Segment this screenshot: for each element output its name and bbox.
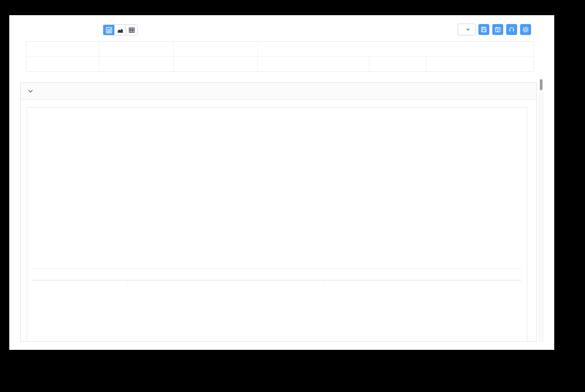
schedule-report-button[interactable] bbox=[492, 24, 503, 35]
start-time-value bbox=[258, 56, 369, 71]
traffic-chart-card bbox=[27, 107, 527, 342]
report-summary-table bbox=[26, 41, 534, 72]
report-page bbox=[9, 15, 554, 350]
content-source-value bbox=[258, 42, 533, 56]
table-view-button[interactable] bbox=[126, 25, 137, 35]
vertical-scrollbar[interactable] bbox=[539, 78, 543, 342]
save-icon bbox=[481, 27, 487, 32]
scrollbar-thumb[interactable] bbox=[540, 79, 542, 90]
combined-view-icon bbox=[106, 27, 112, 33]
table-row-partial bbox=[32, 280, 521, 285]
gear-icon bbox=[523, 27, 529, 33]
time-interval-label bbox=[27, 56, 99, 71]
data-source-label bbox=[27, 42, 99, 56]
support-button[interactable] bbox=[506, 24, 517, 35]
traffic-area-chart bbox=[27, 107, 528, 266]
view-toggle-group bbox=[103, 24, 138, 35]
time-interval-value bbox=[99, 56, 174, 71]
content-source-label bbox=[174, 42, 258, 56]
save-report-button[interactable] bbox=[478, 24, 489, 35]
data-source-value bbox=[99, 42, 174, 56]
traffic-data-table bbox=[32, 268, 521, 285]
combined-view-button[interactable] bbox=[103, 25, 115, 35]
start-time-label bbox=[174, 56, 258, 71]
end-time-value bbox=[426, 56, 533, 71]
headset-icon bbox=[509, 27, 515, 32]
chart-view-icon bbox=[117, 27, 123, 33]
table-header-row bbox=[32, 268, 521, 280]
chevron-down-icon bbox=[466, 28, 470, 31]
settings-button[interactable] bbox=[520, 24, 531, 35]
header-actions bbox=[458, 24, 531, 35]
chevron-down-icon[interactable] bbox=[28, 90, 33, 93]
interface-accordion-header[interactable] bbox=[21, 83, 537, 100]
calendar-icon bbox=[495, 27, 501, 32]
chart-view-button[interactable] bbox=[115, 25, 126, 35]
export-button[interactable] bbox=[458, 24, 475, 35]
end-time-label bbox=[369, 56, 426, 71]
interface-panel bbox=[20, 82, 537, 342]
table-view-icon bbox=[129, 27, 135, 33]
